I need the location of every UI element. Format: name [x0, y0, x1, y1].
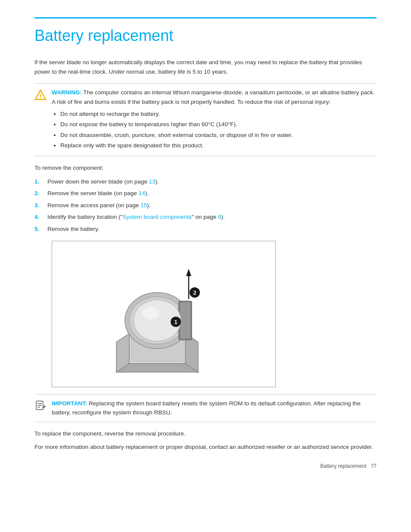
step-2-text: Remove the server blade (on page 14). — [47, 189, 149, 198]
step-1-num: 1. — [34, 177, 43, 187]
warning-icon: ! — [34, 89, 47, 101]
important-label: IMPORTANT: — [52, 400, 87, 407]
important-icon — [34, 400, 47, 412]
step-2-num: 2. — [34, 189, 43, 198]
intro-paragraph: If the server blade no longer automatica… — [34, 58, 377, 76]
more-info-text: For more information about battery repla… — [34, 442, 377, 452]
step-3: 3. Remove the access panel (on page 15). — [34, 201, 377, 210]
battery-diagram: 1 2 — [52, 241, 276, 387]
warning-bullet-3: Do not disassemble, crush, puncture, sho… — [60, 131, 377, 140]
svg-text:2: 2 — [193, 289, 196, 296]
step-3-num: 3. — [34, 201, 43, 210]
warning-text: The computer contains an internal lithiu… — [52, 89, 374, 105]
footer-page-num: 77 — [371, 463, 377, 469]
svg-marker-16 — [186, 269, 191, 276]
svg-rect-10 — [180, 302, 190, 339]
step-4: 4. Identify the battery location ("Syste… — [34, 212, 377, 222]
warning-content: WARNING: The computer contains an intern… — [52, 88, 377, 152]
steps-list: 1. Power down the server blade (on page … — [34, 177, 377, 234]
warning-box: ! WARNING: The computer contains an inte… — [34, 83, 377, 156]
page-title: Battery replacement — [34, 26, 377, 45]
step-4-link[interactable]: System board components — [122, 214, 192, 220]
step-5-num: 5. — [34, 224, 43, 234]
important-text: Replacing the system board battery reset… — [52, 400, 361, 416]
step-2-link[interactable]: 14 — [139, 190, 145, 196]
page-content: Battery replacement If the server blade … — [0, 0, 411, 482]
page-footer: Battery replacement 77 — [320, 463, 377, 469]
footer-label: Battery replacement — [320, 463, 366, 469]
step-1-link[interactable]: 13 — [149, 178, 156, 185]
warning-bullet-2: Do not expose the battery to temperature… — [60, 120, 377, 129]
warning-label: WARNING: — [52, 89, 82, 96]
warning-bullet-1: Do not attempt to recharge the battery. — [60, 109, 377, 119]
battery-illustration: 1 2 — [82, 249, 246, 379]
important-content: IMPORTANT: Replacing the system board ba… — [52, 399, 377, 417]
svg-text:1: 1 — [174, 319, 177, 325]
svg-point-12 — [142, 307, 159, 320]
step-2: 2. Remove the server blade (on page 14). — [34, 189, 377, 198]
step-1: 1. Power down the server blade (on page … — [34, 177, 377, 187]
svg-marker-6 — [116, 364, 198, 372]
remove-intro: To remove the component: — [34, 163, 377, 173]
warning-bullet-4: Replace only with the spare designated f… — [60, 141, 377, 150]
step-3-text: Remove the access panel (on page 15). — [47, 201, 150, 210]
step-5-text: Remove the battery. — [47, 224, 100, 234]
replace-text: To replace the component, reverse the re… — [34, 429, 377, 439]
step-4-text: Identify the battery location ("System b… — [47, 212, 225, 222]
svg-text:!: ! — [40, 93, 42, 100]
step-1-text: Power down the server blade (on page 13)… — [47, 177, 159, 187]
top-rule — [34, 17, 377, 19]
important-box: IMPORTANT: Replacing the system board ba… — [34, 394, 377, 422]
step-4-page-link[interactable]: 8 — [218, 214, 221, 220]
step-5: 5. Remove the battery. — [34, 224, 377, 234]
step-3-link[interactable]: 15 — [140, 202, 147, 208]
step-4-num: 4. — [34, 212, 43, 222]
warning-bullets: Do not attempt to recharge the battery. … — [52, 109, 377, 150]
